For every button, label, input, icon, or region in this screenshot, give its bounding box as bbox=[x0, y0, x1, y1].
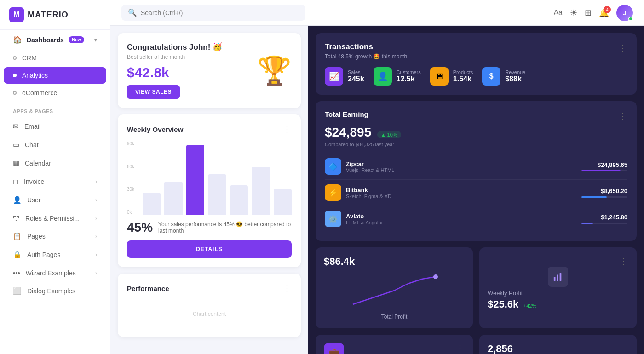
earning-item-zipcar: 🔷 Zipcar Vuejs, React & HTML $24,895.65 bbox=[325, 154, 627, 180]
congrats-info: Congratulations John! 🥳 Best seller of t… bbox=[127, 42, 222, 99]
new-project-row: 💼 ⋮ New Project 862 -18% Ye... 2,856 bbox=[316, 335, 637, 354]
bar-5 bbox=[230, 185, 248, 215]
bar-2 bbox=[164, 182, 182, 215]
aviato-amount: $1,245.80 bbox=[581, 214, 627, 221]
sidebar-item-email[interactable]: ✉ Email bbox=[4, 118, 106, 135]
sidebar-item-auth[interactable]: 🔒 Auth Pages › bbox=[4, 246, 106, 263]
details-button[interactable]: DETAILS bbox=[127, 240, 292, 258]
transactions-title: Transactions bbox=[325, 42, 407, 51]
sidebar-item-invoice[interactable]: ◻ Invoice › bbox=[4, 173, 106, 190]
sidebar-item-ecommerce[interactable]: eCommerce bbox=[4, 85, 106, 101]
bar-1 bbox=[143, 193, 161, 215]
sidebar-item-label: eCommerce bbox=[22, 89, 57, 97]
sales-stat: 📈 Sales 245k bbox=[325, 67, 364, 86]
sidebar-item-pages[interactable]: 📋 Pages › bbox=[4, 228, 106, 245]
email-icon: ✉ bbox=[13, 122, 19, 131]
total-earning-card: Total Earning ⋮ $24,895 ▲ 10% Compared t… bbox=[316, 101, 637, 241]
content-right: Transactions Total 48.5% growth 🤩 this m… bbox=[308, 26, 644, 354]
sidebar-item-roles[interactable]: 🛡 Roles & Permissi... › bbox=[4, 210, 106, 227]
weekly-footer: 45% Your sales performance is 45% 😎 bett… bbox=[127, 220, 292, 235]
user-avatar[interactable]: J bbox=[616, 5, 633, 21]
aviato-progress-bar bbox=[581, 223, 593, 224]
earning-item-bitbank: ⚡ Bitbank Sketch, Figma & XD $8,650.20 bbox=[325, 180, 627, 206]
transactions-card: Transactions Total 48.5% growth 🤩 this m… bbox=[316, 33, 637, 95]
sidebar-item-analytics[interactable]: Analytics bbox=[4, 67, 106, 84]
chevron-down-icon: ▾ bbox=[94, 37, 97, 43]
products-label: Products bbox=[453, 69, 473, 75]
logo-icon: M bbox=[9, 7, 24, 22]
sidebar-item-label: Calendar bbox=[25, 160, 51, 167]
weekly-description: Your sales performance is 45% 😎 better c… bbox=[158, 221, 292, 234]
revenue-label: Revenue bbox=[505, 69, 525, 75]
weekly-menu-button[interactable]: ⋮ bbox=[282, 124, 292, 135]
svg-rect-2 bbox=[557, 274, 558, 281]
new-project-menu[interactable]: ⋮ bbox=[455, 343, 465, 354]
main-area: 🔍 Aā ☀ ⊞ 🔔 4 J Congratulations John! 🥳 bbox=[110, 0, 644, 354]
weekly-profit-title: Weekly Profit bbox=[488, 290, 628, 297]
sidebar-item-label: Roles & Permissi... bbox=[25, 215, 80, 222]
grid-icon[interactable]: ⊞ bbox=[585, 8, 592, 18]
performance-card: Performance ⋮ Chart content bbox=[118, 274, 301, 337]
congrats-subtitle: Best seller of the month bbox=[127, 54, 222, 60]
total-profit-large-amount: $86.4k bbox=[324, 256, 465, 268]
chart-y-labels: 90k 60k 30k 0k bbox=[127, 141, 134, 215]
sidebar-item-wizard[interactable]: ••• Wizard Examples › bbox=[4, 264, 106, 281]
zipcar-sub: Vuejs, React & HTML bbox=[346, 167, 394, 173]
svg-point-0 bbox=[433, 274, 438, 279]
bitbank-progress bbox=[581, 196, 627, 198]
weekly-profit-amount: $25.6k bbox=[488, 298, 518, 310]
products-value: 1.54k bbox=[453, 75, 473, 83]
revenue-stat: $ Revenue $88k bbox=[482, 67, 525, 86]
weekly-title: Weekly Overview bbox=[127, 126, 183, 133]
svg-rect-1 bbox=[554, 277, 556, 281]
aviato-name: Aviato bbox=[346, 213, 383, 220]
search-input[interactable] bbox=[141, 9, 299, 17]
zipcar-icon: 🔷 bbox=[325, 158, 341, 175]
performance-menu-button[interactable]: ⋮ bbox=[282, 283, 292, 294]
sidebar-item-label: User bbox=[27, 196, 41, 204]
weekly-profit-card: ⋮ Weekly Profit $25.6k +42% bbox=[479, 247, 637, 328]
total-earning-title: Total Earning bbox=[325, 110, 368, 118]
chevron-right-icon: › bbox=[95, 251, 97, 258]
sidebar-item-chat[interactable]: ▭ Chat bbox=[4, 136, 106, 154]
translate-icon[interactable]: Aā bbox=[553, 9, 563, 17]
customers-value: 12.5k bbox=[397, 75, 421, 83]
notification-bell[interactable]: 🔔 4 bbox=[599, 8, 609, 18]
revenue-icon: $ bbox=[482, 67, 500, 86]
theme-icon[interactable]: ☀ bbox=[570, 8, 577, 18]
weekly-profit-menu[interactable]: ⋮ bbox=[619, 256, 628, 267]
total-profit-card: $86.4k Total Profit bbox=[316, 247, 473, 328]
lock-icon: 🔒 bbox=[13, 251, 22, 259]
sidebar-item-calendar[interactable]: ▦ Calendar bbox=[4, 154, 106, 172]
sidebar-item-label: CRM bbox=[22, 54, 37, 62]
sidebar-item-label: Dialog Examples bbox=[27, 287, 75, 295]
sidebar-item-dialog[interactable]: ⬜ Dialog Examples bbox=[4, 282, 106, 300]
aviato-sub: HTML & Angular bbox=[346, 220, 383, 225]
new-project-card: 💼 ⋮ New Project 862 -18% Ye... bbox=[316, 335, 473, 354]
search-box[interactable]: 🔍 bbox=[121, 5, 305, 21]
y-label-0k: 0k bbox=[127, 210, 134, 215]
trophy-icon: 🏆 bbox=[257, 54, 292, 87]
sales-label: Sales bbox=[348, 69, 364, 75]
total-earning-menu-button[interactable]: ⋮ bbox=[618, 110, 627, 121]
calendar-icon: ▦ bbox=[13, 159, 19, 167]
earning-item-aviato: ⚙️ Aviato HTML & Angular $1,245.80 bbox=[325, 206, 627, 232]
chevron-right-icon: › bbox=[95, 270, 97, 276]
sidebar-item-user[interactable]: 👤 User › bbox=[4, 191, 106, 209]
sidebar-item-crm[interactable]: CRM bbox=[4, 50, 106, 66]
online-indicator bbox=[628, 17, 633, 21]
nav-dot-ecommerce bbox=[13, 91, 17, 95]
congrats-card: Congratulations John! 🥳 Best seller of t… bbox=[118, 33, 301, 108]
sidebar-item-dashboards[interactable]: 🏠 Dashboards New ▾ bbox=[4, 31, 106, 49]
bitbank-name: Bitbank bbox=[346, 187, 391, 194]
total-earning-amount: $24,895 bbox=[325, 125, 371, 139]
dashboards-label: Dashboards bbox=[27, 36, 64, 44]
bitbank-sub: Sketch, Figma & XD bbox=[346, 194, 391, 199]
transactions-menu-button[interactable]: ⋮ bbox=[618, 42, 627, 53]
bar-6 bbox=[252, 167, 270, 215]
view-sales-button[interactable]: VIEW SALES bbox=[127, 85, 180, 99]
zipcar-amount: $24,895.65 bbox=[581, 161, 627, 168]
user-icon: 👤 bbox=[13, 196, 22, 204]
profit-row: $86.4k Total Profit ⋮ bbox=[316, 247, 637, 328]
sidebar: M MATERIO 🏠 Dashboards New ▾ CRM Analyti… bbox=[0, 0, 110, 354]
